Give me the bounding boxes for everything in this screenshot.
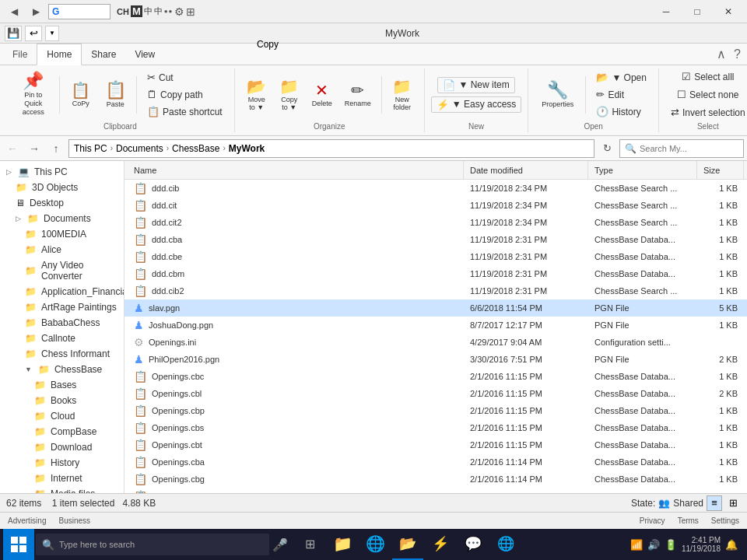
table-row[interactable]: 📋 Openings.cbg 2/1/2016 11:14 PM ChessBa… <box>124 471 747 488</box>
table-row[interactable]: 📋 ddd.cit2 11/19/2018 2:34 PM ChessBase … <box>124 214 747 231</box>
table-row[interactable]: 📋 Openings.cbc 2/1/2016 11:15 PM ChessBa… <box>124 368 747 385</box>
sidebar-item-thispc[interactable]: ▷ 💻 This PC <box>0 164 124 180</box>
table-row[interactable]: 📋 Openings.cbt 2/1/2016 11:15 PM ChessBa… <box>124 436 747 453</box>
invert-selection-btn[interactable]: ⇄ Invert selection <box>665 104 747 121</box>
sidebar-item-callnote[interactable]: 📁 Callnote <box>0 331 124 346</box>
cortana-btn[interactable]: 🎤 <box>271 533 289 556</box>
rename-btn[interactable]: ✏ Rename <box>339 79 377 111</box>
pin-to-quick-btn[interactable]: 📌 Pin to Quickaccess <box>12 68 54 120</box>
sidebar-item-history[interactable]: 📁 History <box>0 455 124 471</box>
nav-up-btn[interactable]: ↑ <box>47 139 65 158</box>
sidebar-item-appfinancial[interactable]: 📁 Application_FinancialA <box>0 284 124 299</box>
taskbar-app-app5[interactable]: ⚡ <box>425 529 456 560</box>
table-row[interactable]: 📋 ddd.cba 11/19/2018 2:31 PM ChessBase D… <box>124 231 747 248</box>
copy-path-btn[interactable]: 🗒 Copy path <box>142 86 228 103</box>
breadcrumb-docs[interactable]: Documents <box>116 143 163 154</box>
taskbar-app-wechat[interactable]: 💬 <box>458 529 489 560</box>
details-view-btn[interactable]: ≡ <box>707 495 722 511</box>
nav-back-btn[interactable]: ← <box>3 139 22 158</box>
taskbar-app-edge[interactable]: 🌐 <box>359 529 391 560</box>
tab-file[interactable]: File <box>3 44 37 65</box>
open-btn[interactable]: 📂 ▼ Open <box>591 69 652 86</box>
quick-down-btn[interactable]: ▼ <box>45 26 59 41</box>
taskbar-app-chrome[interactable]: 🌐 <box>490 529 521 560</box>
minimize-btn[interactable]: ─ <box>652 2 680 21</box>
table-row[interactable]: ♟ slav.pgn 6/6/2018 11:54 PM PGN File 5 … <box>124 299 747 317</box>
paste-shortcut-btn[interactable]: 📋 Paste shortcut <box>142 103 228 120</box>
copy-btn[interactable]: 📋 CoPy <box>64 79 97 111</box>
table-row[interactable]: 📋 ddd.cib 11/19/2018 2:34 PM ChessBase S… <box>124 180 747 197</box>
col-header-date[interactable]: Date modified <box>464 161 588 179</box>
breadcrumb-chess[interactable]: ChessBase <box>172 143 219 154</box>
taskbar-app-fileexplorer[interactable]: 📂 <box>392 529 423 560</box>
link-terms[interactable]: Terms <box>678 516 699 525</box>
link-settings[interactable]: Settings <box>711 516 739 525</box>
table-row[interactable]: 📋 Openings.cbl 2/1/2016 11:15 PM ChessBa… <box>124 385 747 402</box>
taskbar-clock[interactable]: 2:41 PM 11/19/2018 <box>682 536 721 553</box>
browser-forward-btn[interactable]: ▶ <box>26 2 45 21</box>
link-business[interactable]: Business <box>58 516 90 525</box>
select-all-btn[interactable]: ☑ Select alll <box>676 68 739 85</box>
taskview-btn[interactable]: ⊞ <box>294 529 325 560</box>
help-btn[interactable]: ? <box>731 47 744 61</box>
sidebar-item-cloud[interactable]: 📁 Cloud <box>0 408 124 424</box>
tab-view[interactable]: View <box>125 44 164 65</box>
settings-icon[interactable]: ⚙ <box>174 5 184 18</box>
col-header-size[interactable]: Size <box>697 161 744 179</box>
sidebar-item-babachess[interactable]: 📁 BababaChess <box>0 315 124 331</box>
tab-home[interactable]: Home <box>37 44 82 65</box>
maximize-btn[interactable]: □ <box>683 2 711 21</box>
breadcrumb-pc[interactable]: This PC <box>74 143 107 154</box>
start-button[interactable] <box>3 529 34 560</box>
sidebar-item-chessinformant[interactable]: 📁 Chess Informant <box>0 346 124 362</box>
sidebar-item-documents[interactable]: ▷ 📁 Documents <box>0 211 124 226</box>
sidebar-item-mediafiles[interactable]: 📁 Media files <box>0 486 124 493</box>
sidebar-item-internet[interactable]: 📁 Internet <box>0 471 124 486</box>
table-row[interactable]: ♟ PhilOpen2016.pgn 3/30/2016 7:51 PM PGN… <box>124 351 747 368</box>
sidebar-item-anyvideoconv[interactable]: 📁 Any Video Converter <box>0 257 124 284</box>
link-advertising[interactable]: Advertising <box>8 516 46 525</box>
sidebar-item-books[interactable]: 📁 Books <box>0 393 124 408</box>
sidebar-item-desktop[interactable]: 🖥 Desktop <box>0 195 124 211</box>
properties-btn[interactable]: 🔧 Properties <box>535 78 580 112</box>
sidebar-item-artrage[interactable]: 📁 ArtRage Paintings <box>0 299 124 315</box>
search-input[interactable] <box>640 144 747 153</box>
sidebar-item-chessbase[interactable]: ▼ 📁 ChessBase <box>0 362 124 377</box>
tab-share[interactable]: Share <box>82 44 125 65</box>
table-row[interactable]: 📋 Openings.cba 2/1/2016 11:14 PM ChessBa… <box>124 453 747 471</box>
ribbon-collapse-btn[interactable]: ∧ <box>712 47 731 61</box>
address-bar[interactable]: This PC › Documents › ChessBase › MyWork <box>68 139 594 158</box>
table-row[interactable]: 📋 Openings.cbs 2/1/2016 11:15 PM ChessBa… <box>124 419 747 436</box>
select-none-btn[interactable]: ☐ Select none <box>672 86 744 103</box>
browser-back-btn[interactable]: ◀ <box>5 2 23 21</box>
table-row[interactable]: ⚙ Openings.ini 4/29/2017 9:04 AM Configu… <box>124 334 747 351</box>
nav-forward-btn[interactable]: → <box>25 139 44 158</box>
easy-access-btn[interactable]: ⚡ ▼ Easy access <box>431 96 522 113</box>
close-btn[interactable]: ✕ <box>714 2 742 21</box>
sidebar-item-compbase[interactable]: 📁 CompBase <box>0 424 124 439</box>
table-row[interactable]: 📋 Openings.cbp 2/1/2016 11:15 PM ChessBa… <box>124 402 747 419</box>
table-row[interactable]: ♟ JoshuaDong.pgn 8/7/2017 12:17 PM PGN F… <box>124 317 747 334</box>
sidebar-item-3dobjects[interactable]: 📁 3D Objects <box>0 180 124 195</box>
copy-to-btn[interactable]: 📁 Copyto ▼ <box>274 75 305 115</box>
browser-address-bar[interactable]: G <box>48 4 110 19</box>
notification-icon[interactable]: 🔔 <box>725 539 738 551</box>
sidebar-item-download[interactable]: 📁 Download <box>0 439 124 455</box>
search-box[interactable]: 🔍 <box>619 139 744 158</box>
delete-btn[interactable]: ✕ Delete <box>307 79 338 111</box>
refresh-btn[interactable]: ↻ <box>598 139 616 158</box>
table-row[interactable]: 📋 ddd.cbm 11/19/2018 2:31 PM ChessBase D… <box>124 265 747 282</box>
large-icon-view-btn[interactable]: ⊞ <box>725 495 741 511</box>
taskbar-app-explorer[interactable]: 📁 <box>327 529 358 560</box>
cut-btn[interactable]: ✂ Cut <box>142 69 228 86</box>
new-folder-btn[interactable]: 📁 Newfolder <box>387 75 418 115</box>
table-row[interactable]: 📋 ddd.cbe 11/19/2018 2:31 PM ChessBase D… <box>124 248 747 265</box>
edit-btn[interactable]: ✏ Edit <box>591 86 652 103</box>
quick-undo-btn[interactable]: ↩ <box>25 26 42 41</box>
table-row[interactable]: 📋 ddd.cit 11/19/2018 2:34 PM ChessBase S… <box>124 197 747 214</box>
new-item-btn[interactable]: 📄 ▼ New item <box>437 77 514 93</box>
col-header-type[interactable]: Type <box>588 161 697 179</box>
sidebar-item-alice[interactable]: 📁 Alice <box>0 242 124 257</box>
table-row[interactable]: 📋 Openings.cbh 2/1/2016 11:14 PM ChessBa… <box>124 488 747 493</box>
link-privacy[interactable]: Privacy <box>640 516 665 525</box>
